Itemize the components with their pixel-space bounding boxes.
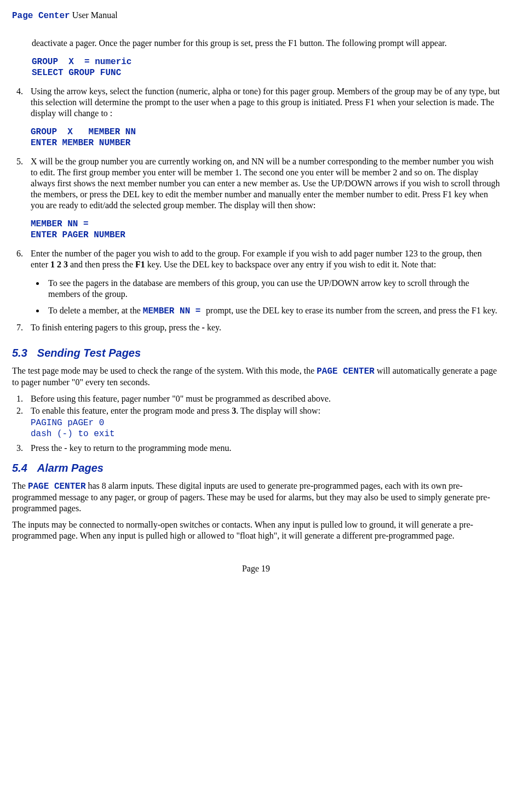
key-3: 3 xyxy=(232,406,236,415)
sec53-intro: The test page mode may be used to check … xyxy=(12,365,500,388)
text-run: To finish entering pagers to this group,… xyxy=(31,323,202,332)
bullet-item: To see the pagers in the database are me… xyxy=(45,278,500,300)
page-footer: Page 19 xyxy=(12,563,500,574)
list-item: Before using this feature, pager number … xyxy=(25,393,500,404)
list-item: Enter the number of the pager you wish t… xyxy=(25,248,500,317)
section-title: Alarm Pages xyxy=(37,462,103,474)
page-header: Page Center User Manual xyxy=(12,10,500,21)
prompt-member-nn: MEMBER NN = xyxy=(143,306,206,316)
display-group-func: GROUP X = numeric SELECT GROUP FUNC xyxy=(32,56,500,78)
text-run: . The display will show: xyxy=(236,406,320,415)
text-run: The test page mode may be used to check … xyxy=(12,366,317,375)
text-run: prompt, use the DEL key to erase its num… xyxy=(206,306,497,315)
item7-text: To finish entering pagers to this group,… xyxy=(31,322,500,333)
intro-paragraph: deactivate a pager. Once the pager numbe… xyxy=(32,38,500,49)
display-member-nn: GROUP X MEMBER NN ENTER MEMBER NUMBER xyxy=(31,127,500,148)
sec54-p2: The inputs may be connected to normally-… xyxy=(12,519,500,541)
section-number: 5.4 xyxy=(12,462,27,474)
section-title: Sending Test Pages xyxy=(37,347,141,359)
text-run: The xyxy=(12,481,28,490)
section-5-3-heading: 5.3Sending Test Pages xyxy=(12,346,500,360)
item5-text: X will be the group number you are curre… xyxy=(31,156,500,211)
sec53-list: Before using this feature, pager number … xyxy=(12,393,500,454)
text-run: key. Use the DEL key to backspace over a… xyxy=(145,260,436,269)
item6-text: Enter the number of the pager you wish t… xyxy=(31,248,500,270)
item4-text: Using the arrow keys, select the functio… xyxy=(31,86,500,119)
list-item: X will be the group number you are curre… xyxy=(25,156,500,241)
list-item: To enable this feature, enter the progra… xyxy=(25,405,500,439)
product-ref: PAGE CENTER xyxy=(317,367,375,376)
display-enter-pager: MEMBER NN = ENTER PAGER NUMBER xyxy=(31,219,500,241)
product-name: Page Center xyxy=(12,11,70,21)
list-item: Press the - key to return to the program… xyxy=(25,443,500,454)
display-paging: PAGING pAGEr 0 dash (-) to exit xyxy=(31,418,500,439)
list-item: To finish entering pagers to this group,… xyxy=(25,322,500,333)
section-number: 5.3 xyxy=(12,347,27,359)
text-run: To delete a member, at the xyxy=(48,306,143,315)
key-f1: F1 xyxy=(135,260,145,269)
text-run: To enable this feature, enter the progra… xyxy=(31,406,232,415)
doc-title: User Manual xyxy=(70,10,118,20)
sec54-p1: The PAGE CENTER has 8 alarm inputs. Thes… xyxy=(12,481,500,514)
main-list-part1: Using the arrow keys, select the functio… xyxy=(12,86,500,333)
key-sequence: 1 2 3 xyxy=(50,260,68,269)
text-run: key. xyxy=(205,323,221,332)
text-run: and then press the xyxy=(68,260,135,269)
bullet-item: To delete a member, at the MEMBER NN = p… xyxy=(45,305,500,317)
section-5-4-heading: 5.4Alarm Pages xyxy=(12,461,500,475)
list-item: Using the arrow keys, select the functio… xyxy=(25,86,500,148)
product-ref: PAGE CENTER xyxy=(28,482,86,491)
item6-bullets: To see the pagers in the database are me… xyxy=(45,278,500,317)
